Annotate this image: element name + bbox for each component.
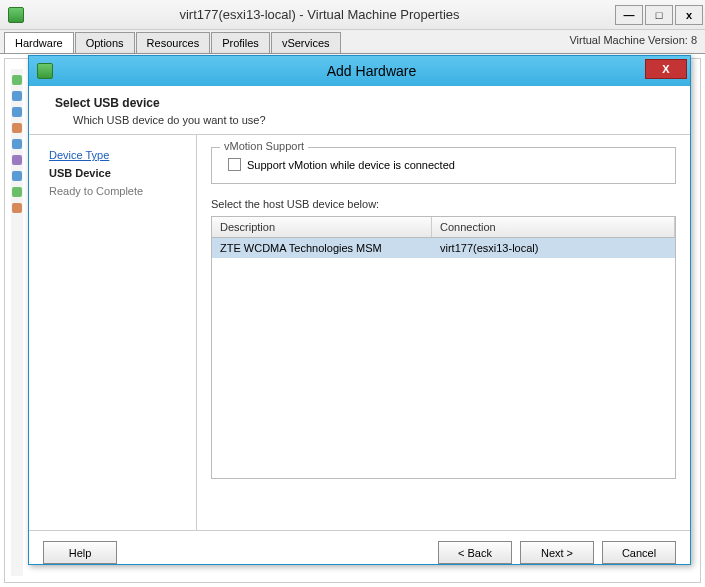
vmotion-checkbox-label: Support vMotion while device is connecte… xyxy=(247,159,455,171)
tab-hardware[interactable]: Hardware xyxy=(4,32,74,53)
tab-vservices[interactable]: vServices xyxy=(271,32,341,53)
col-description[interactable]: Description xyxy=(212,217,432,237)
add-hardware-dialog: Add Hardware X Select USB device Which U… xyxy=(28,55,691,565)
usb-device-table: Description Connection ZTE WCDMA Technol… xyxy=(211,216,676,479)
vmotion-support-group: vMotion Support Support vMotion while de… xyxy=(211,147,676,184)
back-button[interactable]: < Back xyxy=(438,541,512,564)
vmotion-checkbox[interactable] xyxy=(228,158,241,171)
device-icon xyxy=(12,123,22,133)
device-icon xyxy=(12,75,22,85)
tab-profiles[interactable]: Profiles xyxy=(211,32,270,53)
wizard-step-ready: Ready to Complete xyxy=(49,185,186,197)
cell-description: ZTE WCDMA Technologies MSM xyxy=(212,238,432,258)
device-icon xyxy=(12,203,22,213)
dialog-heading: Select USB device xyxy=(55,96,674,110)
close-button[interactable]: x xyxy=(675,5,703,25)
device-icon xyxy=(12,155,22,165)
dialog-close-button[interactable]: X xyxy=(645,59,687,79)
cancel-button[interactable]: Cancel xyxy=(602,541,676,564)
vmotion-checkbox-row: Support vMotion while device is connecte… xyxy=(222,158,665,171)
dialog-content: vMotion Support Support vMotion while de… xyxy=(197,135,690,530)
next-button[interactable]: Next > xyxy=(520,541,594,564)
minimize-button[interactable]: — xyxy=(615,5,643,25)
tab-options[interactable]: Options xyxy=(75,32,135,53)
device-icon xyxy=(12,107,22,117)
wizard-steps: Device Type USB Device Ready to Complete xyxy=(29,135,197,530)
vsphere-icon xyxy=(8,7,24,23)
device-icon xyxy=(12,91,22,101)
dialog-subheading: Which USB device do you want to use? xyxy=(55,114,674,126)
dialog-footer: Help < Back Next > Cancel xyxy=(29,530,690,574)
dialog-title: Add Hardware xyxy=(53,63,690,79)
cell-connection: virt177(esxi13-local) xyxy=(432,238,675,258)
vmotion-legend: vMotion Support xyxy=(220,140,308,152)
device-icon xyxy=(12,187,22,197)
dialog-body: Device Type USB Device Ready to Complete… xyxy=(29,135,690,530)
wizard-step-usb-device: USB Device xyxy=(49,167,186,179)
window-controls: — □ x xyxy=(615,5,705,25)
dialog-header: Select USB device Which USB device do yo… xyxy=(29,86,690,135)
select-device-label: Select the host USB device below: xyxy=(211,198,676,210)
wizard-step-device-type[interactable]: Device Type xyxy=(49,149,186,161)
dialog-titlebar: Add Hardware X xyxy=(29,56,690,86)
vsphere-icon xyxy=(37,63,53,79)
device-icon xyxy=(12,139,22,149)
table-header: Description Connection xyxy=(212,217,675,238)
tab-resources[interactable]: Resources xyxy=(136,32,211,53)
parent-titlebar: virt177(esxi13-local) - Virtual Machine … xyxy=(0,0,705,30)
device-icon xyxy=(12,171,22,181)
table-body[interactable]: ZTE WCDMA Technologies MSM virt177(esxi1… xyxy=(212,238,675,478)
col-connection[interactable]: Connection xyxy=(432,217,675,237)
vm-version-label: Virtual Machine Version: 8 xyxy=(569,34,697,46)
parent-tabs: Hardware Options Resources Profiles vSer… xyxy=(0,30,705,54)
hardware-device-strip xyxy=(11,69,23,576)
table-row[interactable]: ZTE WCDMA Technologies MSM virt177(esxi1… xyxy=(212,238,675,258)
maximize-button[interactable]: □ xyxy=(645,5,673,25)
parent-window-title: virt177(esxi13-local) - Virtual Machine … xyxy=(24,7,615,22)
help-button[interactable]: Help xyxy=(43,541,117,564)
